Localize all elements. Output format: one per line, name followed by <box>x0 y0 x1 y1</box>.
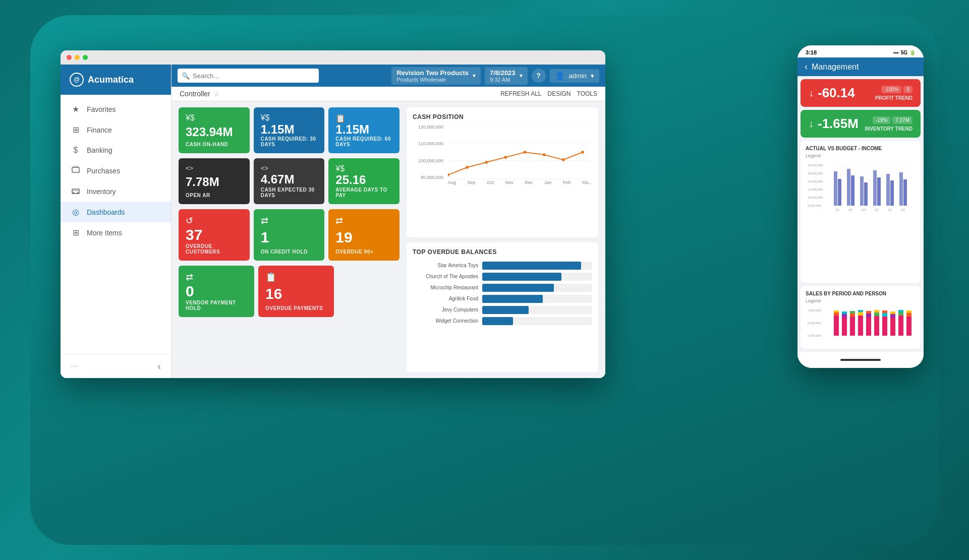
bar-label-3: Microchip Restaurant <box>413 285 478 290</box>
vendor-payment-label: VENDOR PAYMENT HOLD <box>186 300 247 311</box>
sidebar-item-purchases[interactable]: Purchases <box>61 160 171 181</box>
kpi-cash-required-60[interactable]: 📋 1.15M CASH REQUIRED: 60 DAYS <box>328 107 400 153</box>
user-icon: 👤 <box>555 71 565 81</box>
svg-text:Q2: Q2 <box>875 208 879 211</box>
svg-rect-57 <box>842 312 847 314</box>
date-info: 7/8/2023 9:32 AM <box>490 69 516 83</box>
svg-text:5,000,000: 5,000,000 <box>808 334 821 337</box>
svg-rect-34 <box>873 170 877 206</box>
credit-hold-value: 1 <box>261 229 318 246</box>
svg-rect-69 <box>874 310 879 313</box>
phone-time: 3:18 <box>806 49 817 55</box>
sidebar-label-finance: Finance <box>87 126 112 134</box>
design-button[interactable]: DESIGN <box>548 90 571 97</box>
profit-trend-card[interactable]: ↓ -60.14 -100% 0 PROFIT TREND <box>801 79 921 107</box>
actual-vs-budget-section: ACTUAL VS BUDGET - INCOME Legend 18,000,… <box>801 141 921 283</box>
sidebar-item-finance[interactable]: ⊞ Finance <box>61 119 171 140</box>
bar-label-2: Church of The Apostles <box>413 274 478 279</box>
search-box[interactable]: 🔍 <box>178 69 319 83</box>
status-credit-hold[interactable]: ⇄ 1 ON CREDIT HOLD <box>254 209 325 261</box>
overdue-customers-label: OVERDUE CUSTOMERS <box>186 243 243 255</box>
company-selector[interactable]: Revision Two Products Products Wholesale… <box>391 67 481 85</box>
close-dot[interactable] <box>67 55 72 60</box>
header-actions: REFRESH ALL DESIGN TOOLS <box>500 90 597 97</box>
search-input[interactable] <box>193 72 315 80</box>
dashboard-header: Controller ☆ REFRESH ALL DESIGN TOOLS <box>172 87 605 101</box>
status-overdue-payments[interactable]: 📋 16 OVERDUE PAYMENTS <box>258 266 334 317</box>
kpi-open-ar[interactable]: <> 7.78M OPEN AR <box>179 158 250 204</box>
vendor-payment-value: 0 <box>186 283 247 300</box>
sidebar-item-dashboards[interactable]: ◎ Dashboards <box>61 202 171 222</box>
kpi-avg-days[interactable]: ¥$ 25.16 AVERAGE DAYS TO PAY <box>328 158 400 204</box>
breadcrumb-text: Controller <box>180 90 210 98</box>
sidebar-item-more[interactable]: ⊞ More Items <box>61 222 171 243</box>
phone-back-icon[interactable]: ‹ <box>805 61 808 72</box>
svg-point-14 <box>562 158 565 161</box>
cash-position-panel: CASH POSITION 120,000,000 110,000,000 10… <box>407 107 598 237</box>
help-button[interactable]: ? <box>532 69 546 83</box>
svg-point-11 <box>504 156 507 159</box>
refresh-all-button[interactable]: REFRESH ALL <box>500 90 541 97</box>
svg-rect-58 <box>850 317 855 336</box>
tools-button[interactable]: TOOLS <box>577 90 597 97</box>
inventory-trend-card[interactable]: ↓ -1.65M -19% 7.27M INVENTORY TREND <box>801 110 921 138</box>
sidebar-item-inventory[interactable]: Inventory <box>61 181 171 202</box>
company-info: Revision Two Products Products Wholesale <box>396 69 469 83</box>
svg-rect-61 <box>858 316 863 336</box>
bar-fill-1 <box>482 262 581 270</box>
phone-home-bar-area <box>797 352 924 368</box>
sidebar-item-favorites[interactable]: ★ Favorites <box>61 99 171 119</box>
svg-rect-65 <box>866 314 871 317</box>
svg-point-10 <box>485 161 488 164</box>
svg-rect-0 <box>72 167 79 172</box>
date-selector[interactable]: 7/8/2023 9:32 AM ▾ <box>485 67 528 85</box>
bar-track-6 <box>482 317 592 325</box>
bar-row-6: Widget Connection <box>413 317 592 325</box>
profit-trend-left: ↓ -60.14 <box>809 85 855 101</box>
sidebar-dots[interactable]: ··· <box>71 361 78 371</box>
kpi-cash-required-30[interactable]: ¥$ 1.15M CASH REQUIRED: 30 DAYS <box>254 107 325 153</box>
svg-point-2 <box>73 193 75 194</box>
overdue-payments-label: OVERDUE PAYMENTS <box>265 305 327 311</box>
svg-rect-60 <box>850 311 855 314</box>
profit-trend-down-icon: ↓ <box>809 87 814 99</box>
cash-required-60-label: CASH REQUIRED: 60 DAYS <box>335 136 392 147</box>
svg-text:18,000,000: 18,000,000 <box>808 164 823 167</box>
svg-rect-55 <box>842 318 847 336</box>
sidebar-label-purchases: Purchases <box>87 167 120 175</box>
svg-rect-56 <box>842 314 847 318</box>
status-overdue-90[interactable]: ⇄ 19 OVERDUE 90+ <box>328 209 400 261</box>
overdue-payments-icon: 📋 <box>265 272 327 283</box>
inventory-badge-bottom: 7.27M <box>892 116 913 124</box>
phone-signal-icon: ▪▪▪ <box>893 50 899 55</box>
cash-on-hand-icon: ¥$ <box>186 113 243 122</box>
bar-row-5: Jevy Computers <box>413 306 592 314</box>
avg-days-value: 25.16 <box>335 173 392 186</box>
bar-track-3 <box>482 284 592 292</box>
inventory-trend-right: -19% 7.27M INVENTORY TREND <box>865 116 913 132</box>
cash-position-svg <box>448 125 592 180</box>
favorite-star-icon[interactable]: ☆ <box>213 90 220 98</box>
kpi-cash-on-hand[interactable]: ¥$ 323.94M CASH ON-HAND <box>179 107 250 153</box>
topbar-date: 7/8/2023 <box>490 69 516 77</box>
cash-required-60-icon: 📋 <box>335 113 392 123</box>
user-menu[interactable]: 👤 admin ▾ <box>550 69 599 83</box>
maximize-dot[interactable] <box>83 55 88 60</box>
sidebar-collapse-button[interactable]: ‹ <box>157 360 161 372</box>
topbar: 🔍 Revision Two Products Products Wholesa… <box>172 65 605 87</box>
minimize-dot[interactable] <box>75 55 80 60</box>
svg-rect-52 <box>834 316 839 336</box>
phone-header: ‹ Management <box>797 57 924 76</box>
status-row-2: ⇄ 0 VENDOR PAYMENT HOLD 📋 16 OVERDUE PAY… <box>179 266 400 317</box>
credit-hold-label: ON CREDIT HOLD <box>261 249 318 255</box>
status-vendor-payment[interactable]: ⇄ 0 VENDOR PAYMENT HOLD <box>179 266 254 317</box>
inventory-trend-down-icon: ↓ <box>809 118 814 130</box>
sidebar-item-banking[interactable]: $ Banking <box>61 140 171 160</box>
svg-rect-64 <box>866 317 871 336</box>
profit-trend-label: PROFIT TREND <box>875 95 913 101</box>
kpi-cash-expected[interactable]: <> 4.67M CASH EXPECTED 30 DAYS <box>254 158 325 204</box>
sidebar-label-inventory: Inventory <box>87 188 116 196</box>
svg-rect-39 <box>903 179 907 206</box>
status-overdue-customers[interactable]: ↺ 37 OVERDUE CUSTOMERS <box>179 209 250 261</box>
phone-home-bar[interactable] <box>840 359 881 361</box>
